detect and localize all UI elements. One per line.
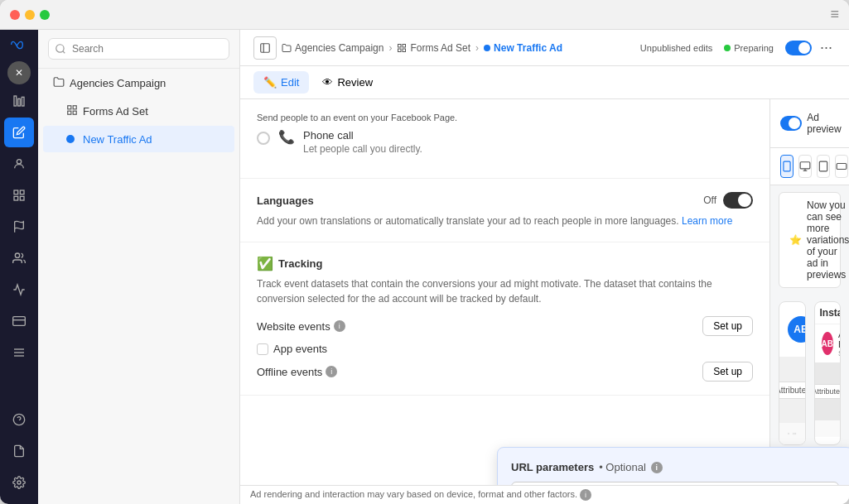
card-sidebar-icon[interactable]: [4, 306, 34, 336]
ad-preview-toggle: Ad preview: [780, 112, 846, 135]
chart-sidebar-icon[interactable]: [4, 86, 34, 116]
preview-header: Ad preview Advanced preview: [770, 99, 849, 148]
nav-item-new-traffic-ad[interactable]: New Traffic Ad ···: [43, 126, 234, 152]
website-events-setup-button[interactable]: Set up: [702, 316, 753, 336]
fb-avatar: AB: [788, 316, 806, 343]
insta-brand-name: Attributer: [814, 387, 842, 396]
insta-card-footer: [815, 420, 841, 437]
tracking-title: Tracking: [278, 257, 322, 270]
meta-logo: [7, 36, 31, 53]
svg-rect-10: [13, 317, 26, 326]
preview-panel: Ad preview Advanced preview: [770, 99, 849, 485]
toggle-panel-button[interactable]: [253, 36, 277, 60]
graph-sidebar-icon[interactable]: [4, 275, 34, 305]
svg-rect-35: [800, 162, 810, 169]
svg-rect-22: [261, 43, 270, 52]
breadcrumb-traffic-label: New Traffic Ad: [494, 42, 562, 54]
pencil-sidebar-icon[interactable]: [4, 118, 34, 147]
ad-preview-switch[interactable]: [780, 116, 802, 131]
search-input[interactable]: [48, 38, 229, 60]
insta-user-info: Aaron Beashel Sponsored: [838, 329, 841, 358]
fb-card-header: AB Aaron Beashel Sponsored · ♦ ✕ ···: [779, 302, 805, 357]
facebook-event-desc: Send people to an event on your Facebook…: [257, 113, 753, 122]
breadcrumb-traffic-ad[interactable]: New Traffic Ad: [484, 42, 562, 54]
url-parameters-popup: URL parameters • Optional i Build a URL …: [497, 447, 770, 485]
nav-search-area: [38, 30, 239, 69]
learn-more-link[interactable]: Learn more: [682, 215, 732, 227]
svg-rect-27: [403, 49, 406, 52]
svg-rect-2: [22, 97, 24, 106]
grid-nav-icon: [66, 104, 78, 118]
breadcrumb-more-button[interactable]: ···: [817, 39, 836, 56]
app-events-row: App events: [257, 343, 753, 355]
website-events-info-icon[interactable]: i: [334, 320, 345, 332]
offline-events-info-icon[interactable]: i: [326, 366, 337, 377]
insta-user-name: Aaron Beashel: [838, 329, 841, 349]
pencil-tab-icon: ✏️: [263, 76, 277, 89]
svg-rect-40: [837, 164, 847, 170]
preview-toggle-thumb: [789, 118, 800, 129]
content-area: Agencies Campaign › Forms Ad Set › New T…: [240, 30, 849, 504]
mobile-feed-icon[interactable]: [780, 155, 794, 178]
breadcrumb-agencies[interactable]: Agencies Campaign: [282, 42, 383, 54]
edit-review-bar: ✏️ Edit 👁 Review: [240, 66, 849, 99]
profile-sidebar-icon[interactable]: [4, 149, 34, 179]
svg-point-3: [17, 160, 21, 164]
website-events-row: Website events i Set up: [257, 316, 753, 336]
desktop-icon[interactable]: [798, 155, 812, 178]
svg-rect-5: [20, 190, 24, 194]
menu-sidebar-icon[interactable]: [4, 338, 34, 367]
tracking-section: ✅ Tracking Track event datasets that con…: [240, 242, 769, 396]
close-traffic-light[interactable]: [10, 10, 20, 20]
nav-item-forms-ad-set[interactable]: Forms Ad Set ···: [43, 98, 234, 124]
edit-tab[interactable]: ✏️ Edit: [253, 71, 309, 94]
fb-brand-name: Attributer: [779, 386, 805, 395]
people-sidebar-icon[interactable]: [4, 243, 34, 273]
svg-rect-20: [68, 111, 71, 114]
reports-sidebar-icon[interactable]: [4, 436, 34, 466]
banner-text: Now you can see more variations of your …: [807, 199, 849, 281]
tracking-desc: Track event datasets that contain the co…: [257, 276, 753, 306]
settings-sidebar-icon[interactable]: [4, 468, 34, 497]
svg-rect-25: [403, 44, 406, 47]
nav-item-agencies-campaign[interactable]: Agencies Campaign ···: [43, 70, 234, 96]
hamburger-menu-icon[interactable]: ≡: [830, 6, 839, 23]
phone-radio[interactable]: [257, 132, 270, 145]
app-events-checkbox[interactable]: [257, 343, 268, 355]
svg-rect-0: [14, 96, 17, 106]
svg-rect-21: [73, 111, 76, 114]
nav-item-forms-label: Forms Ad Set: [83, 105, 209, 118]
insta-avatar: AB: [822, 332, 833, 355]
ad-preview-label: Ad preview: [807, 112, 846, 135]
fb-card-footer: [779, 423, 805, 444]
breadcrumb-arrow-2: ›: [475, 42, 479, 54]
breadcrumb-arrow-1: ›: [388, 42, 392, 54]
close-sidebar-button[interactable]: ✕: [7, 61, 31, 84]
sidebar-icons-panel: ✕: [0, 30, 38, 504]
landscape-icon[interactable]: [835, 155, 848, 178]
tracking-check-icon: ✅: [257, 256, 273, 271]
languages-section: Languages Off Add your own translations …: [240, 179, 769, 242]
grid-sidebar-icon[interactable]: [4, 180, 34, 210]
insta-card-content: Attributer: [815, 362, 841, 420]
review-tab[interactable]: 👁 Review: [312, 71, 383, 94]
unpublished-badge: Unpublished edits: [640, 43, 712, 53]
flag-sidebar-icon[interactable]: [4, 212, 34, 242]
languages-toggle[interactable]: [723, 192, 753, 209]
preparing-badge: Preparing: [724, 43, 774, 53]
offline-events-setup-button[interactable]: Set up: [702, 362, 753, 382]
minimize-traffic-light[interactable]: [25, 10, 35, 20]
breadcrumb-forms[interactable]: Forms Ad Set: [397, 42, 470, 54]
preview-variations-banner[interactable]: ⭐ Now you can see more variations of you…: [779, 192, 841, 288]
svg-rect-19: [73, 105, 76, 108]
bottom-info-icon[interactable]: i: [580, 489, 591, 501]
help-sidebar-icon[interactable]: [4, 405, 34, 434]
url-popup-info-icon[interactable]: i: [651, 462, 663, 473]
publish-toggle[interactable]: [785, 41, 812, 55]
nav-panel: Agencies Campaign ··· Forms Ad Set ··· N…: [38, 30, 240, 504]
preview-icons-bar: ⚠️ 1: [770, 148, 849, 185]
fullscreen-traffic-light[interactable]: [40, 10, 50, 20]
phone-call-row: 📞 Phone call Let people call you directl…: [257, 129, 753, 155]
url-parameters-input[interactable]: [511, 482, 770, 485]
tablet-icon[interactable]: [817, 155, 830, 178]
